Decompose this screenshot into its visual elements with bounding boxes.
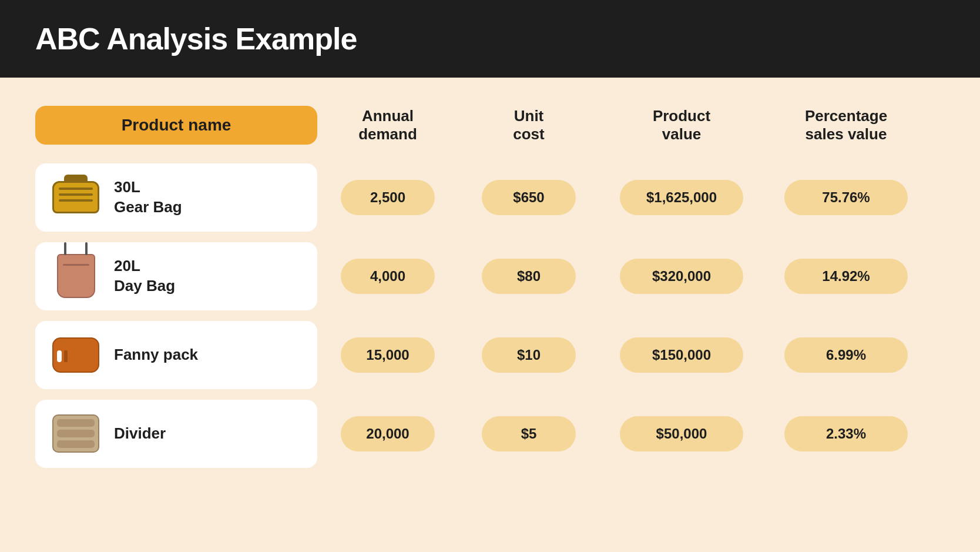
table-row: 20LDay Bag 4,000 $80 $320,000 14.92% [35,242,945,310]
demand-pill-day-bag: 4,000 [341,259,435,294]
col-header-product-name: Product name [35,106,317,145]
demand-pill-divider: 20,000 [341,416,435,451]
value-pill-fanny-pack: $150,000 [620,337,743,373]
product-name-divider: Divider [114,424,166,444]
cost-cell-divider: $5 [458,416,599,451]
col-header-percentage-sales: Percentagesales value [764,107,928,143]
demand-cell-gear-bag: 2,500 [317,180,458,215]
cost-pill-day-bag: $80 [482,259,576,294]
cost-pill-divider: $5 [482,416,576,451]
product-cell-divider: Divider [35,400,317,468]
product-cell-day-bag: 20LDay Bag [35,242,317,310]
product-image-divider [49,410,102,457]
demand-pill-gear-bag: 2,500 [341,180,435,215]
pct-pill-day-bag: 14.92% [784,259,908,294]
demand-cell-day-bag: 4,000 [317,259,458,294]
header: ABC Analysis Example [0,0,980,78]
product-image-fanny-pack [49,332,102,379]
day-bag-icon [57,254,95,298]
table-area: Product name Annualdemand Unitcost Produ… [0,78,980,552]
pct-cell-gear-bag: 75.76% [764,180,928,215]
product-cell-gear-bag: 30LGear Bag [35,163,317,232]
cost-pill-gear-bag: $650 [482,180,576,215]
value-pill-divider: $50,000 [620,416,743,451]
pct-cell-day-bag: 14.92% [764,259,928,294]
pct-cell-divider: 2.33% [764,416,928,451]
value-pill-day-bag: $320,000 [620,259,743,294]
cost-cell-fanny-pack: $10 [458,337,599,373]
data-rows: 30LGear Bag 2,500 $650 $1,625,000 75.76%… [35,163,945,468]
demand-cell-divider: 20,000 [317,416,458,451]
col-header-annual-demand: Annualdemand [317,107,458,143]
value-pill-gear-bag: $1,625,000 [620,180,743,215]
col-header-product-value: Productvalue [599,107,764,143]
value-cell-gear-bag: $1,625,000 [599,180,764,215]
gear-bag-icon [52,181,99,213]
pct-pill-gear-bag: 75.76% [784,180,908,215]
fanny-pack-icon [52,337,99,373]
table-row: Divider 20,000 $5 $50,000 2.33% [35,400,945,468]
demand-cell-fanny-pack: 15,000 [317,337,458,373]
value-cell-day-bag: $320,000 [599,259,764,294]
pct-cell-fanny-pack: 6.99% [764,337,928,373]
cost-cell-day-bag: $80 [458,259,599,294]
value-cell-fanny-pack: $150,000 [599,337,764,373]
divider-icon [52,414,99,453]
demand-pill-fanny-pack: 15,000 [341,337,435,373]
page-title: ABC Analysis Example [35,21,945,56]
product-cell-fanny-pack: Fanny pack [35,321,317,389]
product-image-day-bag [49,253,102,300]
product-name-gear-bag: 30LGear Bag [114,178,182,218]
col-header-unit-cost: Unitcost [458,107,599,143]
pct-pill-divider: 2.33% [784,416,908,451]
product-image-gear-bag [49,174,102,221]
table-row: 30LGear Bag 2,500 $650 $1,625,000 75.76% [35,163,945,232]
value-cell-divider: $50,000 [599,416,764,451]
product-name-day-bag: 20LDay Bag [114,256,175,296]
product-name-fanny-pack: Fanny pack [114,345,198,365]
cost-cell-gear-bag: $650 [458,180,599,215]
table-row: Fanny pack 15,000 $10 $150,000 6.99% [35,321,945,389]
cost-pill-fanny-pack: $10 [482,337,576,373]
pct-pill-fanny-pack: 6.99% [784,337,908,373]
column-headers: Product name Annualdemand Unitcost Produ… [35,95,945,158]
